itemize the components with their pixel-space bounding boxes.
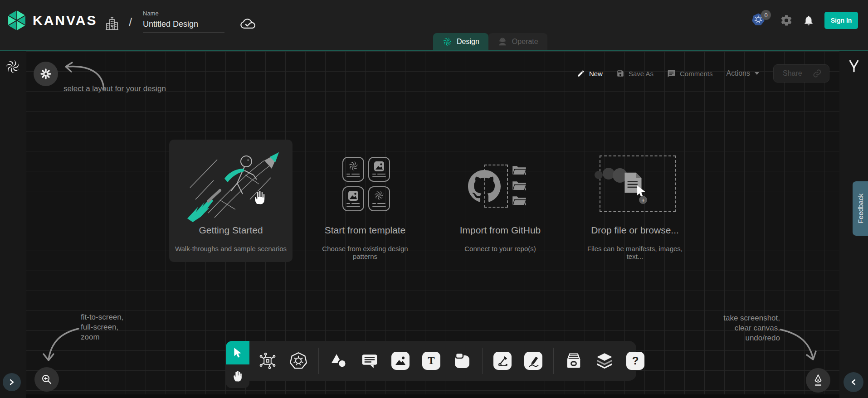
note-tool-button[interactable] xyxy=(452,351,472,371)
card-title: Import from GitHub xyxy=(450,225,550,236)
y-tool-icon[interactable] xyxy=(848,59,860,74)
pen-path-icon xyxy=(493,352,512,370)
swirl-tile-icon xyxy=(348,160,359,171)
card-subtitle: Files can be manifests, images, text... xyxy=(584,245,686,260)
comments-icon xyxy=(667,69,676,78)
design-name-group: Name xyxy=(143,10,224,33)
shapes-icon xyxy=(329,352,348,370)
help-tool-button[interactable]: ? xyxy=(625,351,645,371)
design-name-input[interactable] xyxy=(143,17,224,33)
component-chip-icon xyxy=(258,352,277,370)
dock-divider xyxy=(482,348,483,374)
image-tool-button[interactable] xyxy=(390,351,410,371)
card-title: Drop file or browse... xyxy=(584,225,686,236)
template-tile xyxy=(342,186,364,211)
pen-nib-icon xyxy=(812,374,824,387)
comment-tool-button[interactable] xyxy=(360,351,380,371)
canvas-scrollbar-track[interactable] xyxy=(26,394,839,398)
template-tile xyxy=(342,157,364,182)
component-tool-button[interactable] xyxy=(258,351,278,371)
layout-hint-text: select a layout for your design xyxy=(63,84,166,94)
pen-tool-button[interactable] xyxy=(493,351,512,371)
kanvas-logo[interactable]: KANVAS xyxy=(6,9,97,32)
notifications-bell-icon[interactable] xyxy=(803,15,814,26)
kanvas-logo-icon xyxy=(6,9,27,32)
zoom-controls-button[interactable] xyxy=(34,367,59,392)
swirl-tile-icon xyxy=(374,190,385,201)
expand-panel-right-button[interactable] xyxy=(3,373,21,391)
github-octocat-icon xyxy=(468,170,501,203)
sign-in-button[interactable]: Sign In xyxy=(824,12,858,29)
settings-gear-icon[interactable] xyxy=(780,14,793,27)
org-building-icon[interactable] xyxy=(103,15,121,31)
app-header: KANVAS / Name xyxy=(0,0,868,50)
template-tile xyxy=(368,157,390,182)
shapes-tool-button[interactable] xyxy=(329,351,349,371)
card-title: Start from template xyxy=(316,225,414,236)
name-field-label: Name xyxy=(143,10,224,17)
zoom-in-magnifier-icon xyxy=(41,374,53,385)
pan-hand-icon xyxy=(232,370,244,383)
chevron-left-icon xyxy=(850,379,857,386)
zoom-hint-arrow xyxy=(39,321,82,367)
actions-caret-icon xyxy=(754,72,760,75)
pointer-tool-stack xyxy=(226,341,249,388)
add-plus-badge: + xyxy=(639,196,647,204)
meshery-swirl-icon xyxy=(5,59,20,74)
feedback-button[interactable]: Feedback xyxy=(853,181,868,236)
note-icon xyxy=(453,352,471,370)
layers-stack-icon xyxy=(595,352,614,370)
tab-design[interactable]: Design xyxy=(433,33,488,50)
design-canvas[interactable]: select a layout for your design New Save… xyxy=(26,51,839,398)
breadcrumb-separator: / xyxy=(129,15,132,29)
header-right-cluster: 0 Sign In xyxy=(751,0,858,41)
drawer-archive-icon xyxy=(564,352,584,370)
operate-tab-icon xyxy=(497,37,507,47)
screenshot-tools-button[interactable] xyxy=(806,368,830,393)
pencil-tool-button[interactable] xyxy=(523,351,543,371)
save-as-button[interactable]: Save As xyxy=(616,69,653,78)
share-button[interactable]: Share xyxy=(773,64,829,83)
comments-button[interactable]: Comments xyxy=(667,69,713,78)
image-tile-icon xyxy=(348,190,359,201)
card-import-from-github[interactable]: Import from GitHub Connect to your repo(… xyxy=(450,140,550,262)
layout-selector-icon xyxy=(40,68,52,80)
new-pencil-icon xyxy=(577,69,585,78)
canvas-actions-toolbar: New Save As Comments Actions Share xyxy=(577,64,829,83)
card-start-from-template[interactable]: Start from template Choose from existing… xyxy=(316,140,414,262)
design-tab-icon xyxy=(442,37,452,47)
canvas-tools-hint-arrow xyxy=(777,323,822,365)
select-tool-button[interactable] xyxy=(226,341,249,364)
chevron-right-icon xyxy=(9,379,15,386)
tab-operate[interactable]: Operate xyxy=(488,33,547,50)
drawer-tool-button[interactable] xyxy=(564,351,584,371)
card-subtitle: Walk-throughs and sample scenarios xyxy=(169,245,293,252)
new-button[interactable]: New xyxy=(577,69,603,78)
actions-dropdown[interactable]: Actions xyxy=(727,69,760,78)
help-question-icon: ? xyxy=(626,352,644,370)
card-getting-started[interactable]: Getting Started Walk-throughs and sample… xyxy=(169,140,293,262)
kubernetes-wheel-icon xyxy=(289,351,308,370)
layers-tool-button[interactable] xyxy=(595,351,614,371)
left-panel-strip xyxy=(0,51,26,398)
image-tile-icon xyxy=(374,161,385,172)
card-drop-file[interactable]: + Drop file or browse... Files can be ma… xyxy=(584,140,686,262)
expand-panel-left-button[interactable] xyxy=(844,372,863,392)
dock-tool-icons: T xyxy=(252,341,651,381)
kubernetes-tool-button[interactable] xyxy=(288,351,308,371)
card-subtitle: Connect to your repo(s) xyxy=(450,245,550,252)
card-title: Getting Started xyxy=(169,225,293,236)
folder-icon xyxy=(512,180,527,192)
card-subtitle: Choose from existing design patterns xyxy=(316,245,414,260)
pan-tool-button[interactable] xyxy=(226,364,249,388)
text-tool-button[interactable]: T xyxy=(421,351,441,371)
comment-box-icon xyxy=(361,352,379,369)
template-tile xyxy=(368,186,390,211)
pencil-scribble-icon xyxy=(524,352,542,370)
canvas-top-border xyxy=(0,50,868,51)
share-link-icon xyxy=(813,69,822,78)
kubernetes-context-button[interactable]: 0 xyxy=(751,12,770,29)
save-as-icon xyxy=(616,69,624,78)
select-arrow-icon xyxy=(232,347,243,359)
folder-icon xyxy=(512,165,527,176)
